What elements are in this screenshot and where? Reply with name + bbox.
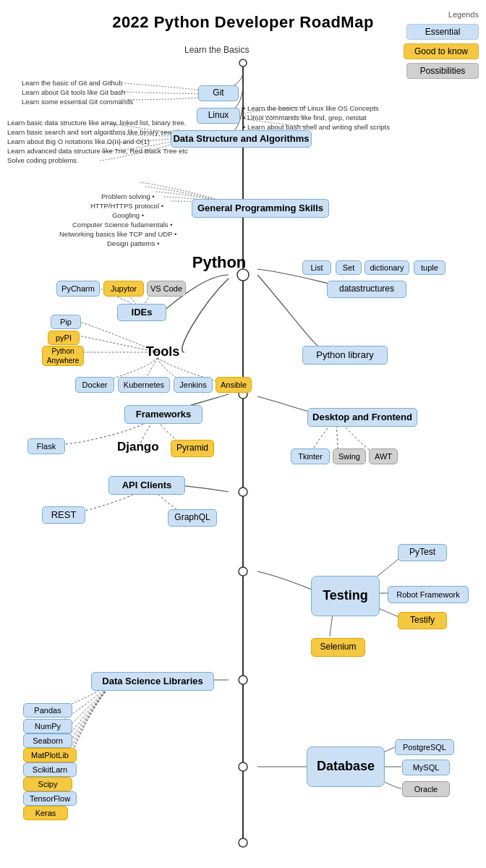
node-pycharm: PyCharm	[56, 281, 100, 297]
node-pypi: pyPI	[48, 331, 80, 345]
node-numpy: NumPy	[23, 719, 72, 733]
node-kubernetes: Kubernetes	[118, 377, 170, 393]
node-datastructures: datastructures	[327, 281, 406, 298]
ann-dsa-5: Solve coding problems	[7, 156, 77, 166]
node-docker: Docker	[75, 377, 114, 393]
node-pyramid: Pyramid	[171, 440, 214, 457]
node-pytest: PyTest	[398, 544, 447, 561]
node-pip: Pip	[51, 315, 81, 329]
node-data-science: Data Science Libraries	[91, 672, 214, 691]
node-desktop-frontend: Desktop and Frontend	[307, 408, 417, 427]
node-scikitlearn: ScikitLarn	[23, 762, 77, 777]
legend-essential: Essential	[406, 24, 479, 40]
node-selenium: Selenium	[311, 638, 365, 657]
node-tkinter: Tkinter	[291, 448, 330, 464]
node-set: Set	[336, 260, 362, 275]
legend-panel: Legends Essential Good to know Possibili…	[404, 10, 479, 79]
legend-good: Good to know	[404, 43, 479, 59]
svg-point-5	[239, 567, 247, 576]
node-pandas: Pandas	[23, 703, 72, 718]
node-frameworks: Frameworks	[124, 405, 202, 424]
node-general-prog: General Programming Skills	[192, 199, 329, 218]
node-linux: Linux	[197, 108, 240, 124]
node-list: List	[302, 260, 331, 275]
svg-point-8	[239, 838, 247, 847]
node-vscode: VS Code	[147, 281, 186, 297]
node-dictionary: dictionary	[364, 260, 409, 275]
node-python-library: Python library	[302, 346, 388, 365]
svg-point-4	[239, 488, 247, 496]
node-scipy: Scipy	[23, 777, 72, 791]
node-robot-framework: Robot Framework	[388, 586, 469, 603]
svg-point-0	[239, 59, 247, 67]
legend-possibilities: Possibilities	[406, 63, 479, 79]
node-git: Git	[198, 85, 239, 101]
node-seaborn: Seaborn	[23, 733, 72, 748]
legend-label: Legends	[448, 10, 479, 19]
node-oracle: Oracle	[402, 781, 450, 797]
ann-gp-6: Design patterns •	[107, 239, 160, 249]
node-awt: AWT	[369, 448, 398, 464]
node-tools: Tools	[137, 344, 188, 359]
node-swing: Swing	[333, 448, 366, 464]
node-python: Python	[187, 253, 252, 272]
node-dsa: Data Structure and Algorithms	[171, 130, 312, 148]
node-ides: IDEs	[117, 304, 166, 321]
node-graphql: GraphQL	[168, 509, 217, 527]
node-jenkins: Jenkins	[174, 377, 213, 393]
node-testing: Testing	[311, 576, 380, 616]
node-mysql: MySQL	[402, 760, 450, 775]
ann-git-3: Learn some essential Git commands	[22, 97, 133, 107]
node-jupytor: Jupytor	[103, 281, 144, 297]
ann-learn-basics: Learn the Basics	[184, 43, 249, 56]
node-tensorflow: TensorFlow	[23, 791, 77, 806]
node-python-anywhere: Python Anywhere	[42, 346, 84, 366]
node-testify: Testify	[398, 612, 447, 629]
node-postgresql: PostgreSQL	[395, 739, 454, 755]
node-keras: Keras	[23, 806, 68, 820]
node-ansible: Ansible	[216, 377, 252, 393]
node-database: Database	[307, 746, 385, 787]
svg-point-7	[239, 762, 247, 771]
node-api-clients: API Clients	[108, 476, 185, 495]
node-django: Django	[117, 440, 159, 454]
node-flask: Flask	[27, 438, 65, 454]
node-rest: REST	[42, 506, 85, 524]
svg-point-6	[239, 676, 247, 684]
node-tuple: tuple	[414, 260, 446, 275]
node-matplotlib: MatPlotLib	[23, 748, 77, 762]
